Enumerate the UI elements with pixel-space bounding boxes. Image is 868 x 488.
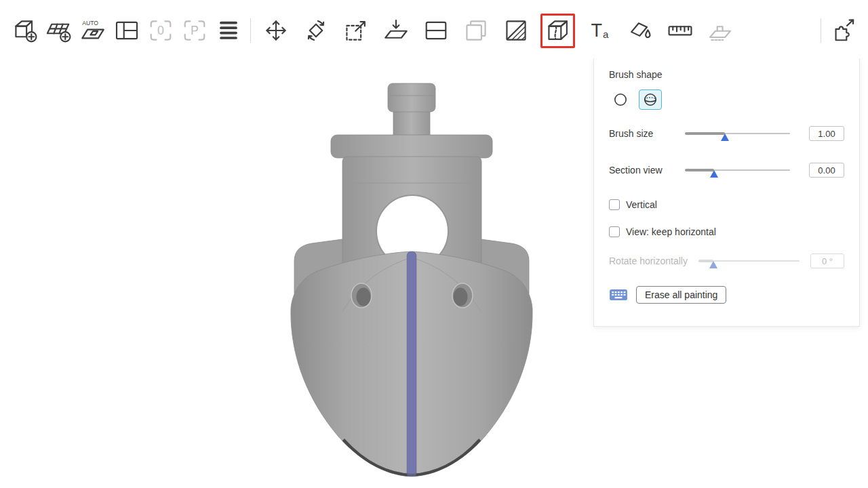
slider-handle[interactable] bbox=[709, 261, 717, 268]
arrange-layout-button[interactable] bbox=[111, 16, 142, 46]
clone-icon bbox=[462, 17, 490, 44]
clone-button[interactable] bbox=[460, 16, 491, 46]
hawse-hole-left[interactable] bbox=[351, 283, 372, 308]
chimney-body[interactable] bbox=[393, 108, 430, 138]
toolbar-assembly-group bbox=[814, 16, 859, 46]
scale-icon bbox=[342, 17, 370, 44]
section-view-value[interactable]: 0.00 bbox=[809, 163, 844, 178]
move-icon bbox=[262, 17, 290, 44]
keep-horizontal-checkbox-row: View: keep horizontal bbox=[609, 226, 844, 237]
assembly-view-button[interactable] bbox=[828, 16, 859, 46]
place-on-face-button[interactable] bbox=[380, 16, 411, 46]
arrange-layout-icon bbox=[113, 17, 140, 44]
measure-icon bbox=[667, 17, 694, 44]
brush-shape-label: Brush shape bbox=[609, 69, 844, 80]
brush-size-row: Brush size 1.00 bbox=[609, 126, 844, 141]
text-tool-button[interactable]: T a bbox=[585, 16, 615, 46]
keep-horizontal-checkbox[interactable] bbox=[609, 226, 620, 237]
toolbar-tools-group: T a bbox=[260, 14, 735, 48]
vertical-checkbox-label: Vertical bbox=[626, 199, 657, 210]
rotate-horizontally-row: Rotate horizontally 0 ° bbox=[609, 253, 844, 268]
place-on-face-icon bbox=[382, 17, 410, 44]
toolbar-separator bbox=[250, 18, 251, 43]
add-object-icon bbox=[12, 17, 39, 44]
hawse-hole-right[interactable] bbox=[452, 283, 473, 308]
keep-horizontal-checkbox-label: View: keep horizontal bbox=[626, 226, 716, 237]
panel-actions: Erase all painting bbox=[609, 286, 844, 304]
rotate-horizontally-value: 0 ° bbox=[810, 253, 844, 268]
color-painting-button[interactable] bbox=[625, 16, 655, 46]
assembly-view-icon bbox=[830, 17, 857, 44]
plate-0-icon: 0 bbox=[147, 17, 174, 44]
toolbar-separator bbox=[821, 18, 821, 43]
active-tool-highlight bbox=[540, 14, 575, 48]
seam-stripe[interactable] bbox=[407, 251, 416, 479]
rotate-horizontally-slider[interactable] bbox=[698, 255, 800, 267]
measure-button[interactable] bbox=[665, 16, 695, 46]
plate-p-label: P bbox=[191, 24, 199, 37]
add-object-button[interactable] bbox=[9, 16, 40, 46]
move-button[interactable] bbox=[260, 16, 291, 46]
toolbar-plate-group: AUTO 0 bbox=[9, 16, 243, 46]
circle-brush-button[interactable] bbox=[609, 89, 632, 110]
keyboard-icon bbox=[609, 288, 628, 302]
sphere-brush-button[interactable] bbox=[639, 89, 662, 110]
support-painting-icon bbox=[707, 17, 734, 44]
text-tool-icon: T a bbox=[591, 22, 609, 40]
auto-arrange-icon: AUTO bbox=[79, 17, 106, 44]
brush-size-label: Brush size bbox=[609, 128, 685, 139]
circle-brush-icon bbox=[612, 92, 629, 108]
plate-p-icon: P bbox=[181, 17, 208, 44]
vertical-checkbox-row: Vertical bbox=[609, 199, 844, 210]
seam-painting-panel: Brush shape Brush size 1.00 Section view bbox=[593, 58, 860, 327]
plate-0-label: 0 bbox=[157, 24, 164, 37]
auto-arrange-button[interactable]: AUTO bbox=[77, 16, 108, 46]
vertical-checkbox[interactable] bbox=[609, 199, 620, 210]
add-plate-icon bbox=[45, 17, 73, 44]
add-plate-button[interactable] bbox=[43, 16, 74, 46]
color-painting-icon bbox=[627, 17, 654, 44]
shortcuts-button[interactable] bbox=[609, 288, 628, 302]
auto-label: AUTO bbox=[82, 20, 98, 26]
erase-all-painting-button[interactable]: Erase all painting bbox=[636, 286, 726, 304]
cabin-roof[interactable] bbox=[331, 135, 492, 158]
brush-size-slider[interactable] bbox=[685, 127, 790, 140]
section-view-row: Section view 0.00 bbox=[609, 163, 844, 178]
plate-0-button[interactable]: 0 bbox=[145, 16, 176, 46]
plate-p-button[interactable]: P bbox=[179, 16, 210, 46]
sphere-brush-icon bbox=[642, 92, 658, 108]
variable-layer-height-button[interactable] bbox=[500, 16, 531, 46]
main-toolbar: AUTO 0 bbox=[0, 0, 868, 58]
slider-handle[interactable] bbox=[721, 134, 729, 141]
slider-fill bbox=[685, 132, 725, 135]
section-view-slider[interactable] bbox=[685, 164, 790, 176]
rotate-icon bbox=[302, 17, 330, 44]
split-icon bbox=[422, 17, 450, 44]
slider-handle[interactable] bbox=[710, 170, 718, 178]
brush-size-value[interactable]: 1.00 bbox=[809, 126, 844, 141]
rotate-horizontally-label: Rotate horizontally bbox=[609, 256, 698, 266]
seam-painting-icon bbox=[545, 17, 572, 44]
support-painting-button[interactable] bbox=[705, 16, 735, 46]
variable-layer-height-icon bbox=[502, 17, 530, 44]
chimney-cap[interactable] bbox=[388, 83, 435, 112]
seam-painting-button[interactable] bbox=[542, 16, 573, 46]
brush-shape-options bbox=[609, 89, 844, 110]
section-view-label: Section view bbox=[609, 165, 685, 176]
scale-button[interactable] bbox=[340, 16, 371, 46]
layers-button[interactable] bbox=[213, 16, 243, 46]
split-button[interactable] bbox=[420, 16, 451, 46]
rotate-button[interactable] bbox=[300, 16, 331, 46]
layers-icon bbox=[215, 17, 242, 44]
